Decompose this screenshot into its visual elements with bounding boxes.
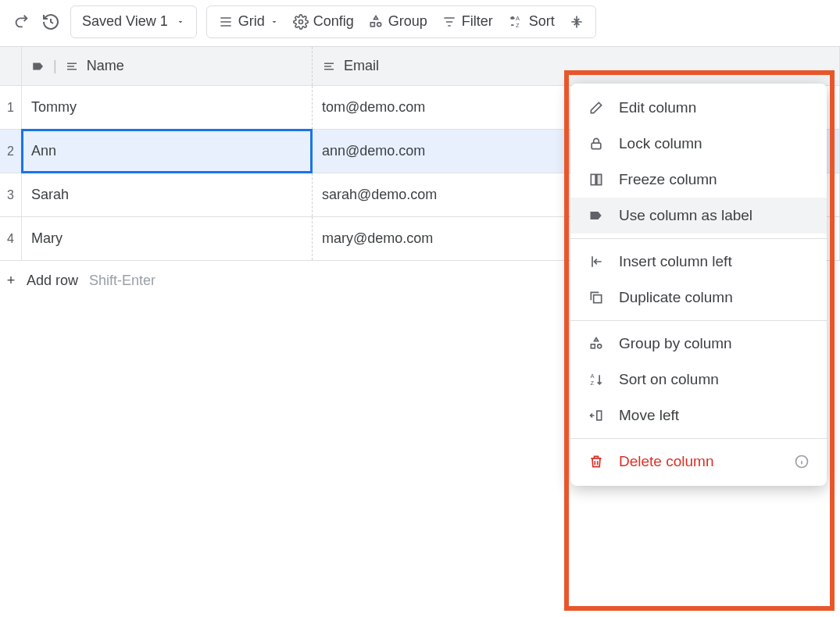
group-icon [588,336,605,351]
trash-icon [588,454,605,469]
menu-label: Duplicate column [619,289,733,306]
config-label: Config [313,13,354,30]
cell-name[interactable]: Tommy [22,86,313,129]
menu-label: Group by column [619,335,732,352]
column-email-label: Email [344,58,379,74]
group-icon [368,14,384,30]
info-icon [794,454,810,469]
collapse-button[interactable] [569,14,584,30]
menu-group-by[interactable]: Group by column [570,326,827,362]
menu-label: Edit column [619,99,696,116]
chevron-down-icon [176,17,185,27]
view-mode-button[interactable]: Grid [218,13,279,30]
menu-separator [570,238,827,239]
text-icon [322,59,336,73]
menu-move-left[interactable]: Move left [570,398,827,433]
menu-edit-column[interactable]: Edit column [570,90,827,126]
view-mode-label: Grid [238,13,265,30]
config-button[interactable]: Config [293,13,354,30]
gear-icon [293,14,309,30]
menu-label: Use column as label [619,207,752,224]
label-icon [588,208,605,223]
filter-button[interactable]: Filter [441,13,493,30]
column-header-name[interactable]: | Name [22,47,313,85]
cell-name[interactable]: Mary [22,217,313,260]
history-icon[interactable] [41,12,61,32]
saved-view-label: Saved View 1 [82,13,168,30]
add-row-label: Add row [27,273,78,289]
row-number: 1 [0,86,22,129]
svg-rect-7 [597,174,602,184]
svg-rect-6 [591,174,595,184]
redo-icon[interactable] [11,12,31,32]
svg-text:Z: Z [591,380,595,387]
cell-name-selected[interactable]: Ann [22,130,313,173]
svg-point-10 [598,344,602,348]
row-header-corner [0,47,22,85]
text-icon [65,59,79,73]
svg-rect-8 [594,295,602,303]
saved-view-selector[interactable]: Saved View 1 [70,5,197,38]
plus-icon: + [2,273,20,289]
toolbar: Saved View 1 Grid Config Group [0,0,840,47]
menu-separator [570,438,827,439]
menu-delete-column[interactable]: Delete column [570,444,827,480]
sort-icon: AZ [588,372,605,387]
column-context-menu: Edit column Lock column Freeze column Us… [570,84,827,486]
filter-icon [441,14,457,30]
table-header-row: | Name Email [0,47,840,86]
column-name-label: Name [87,58,124,74]
label-icon [31,59,45,73]
menu-lock-column[interactable]: Lock column [570,126,827,162]
sort-button[interactable]: AZ Sort [507,13,555,30]
insert-left-icon [588,254,605,269]
divider: | [53,58,57,74]
row-number: 3 [0,173,22,216]
menu-duplicate[interactable]: Duplicate column [570,280,827,316]
menu-label: Delete column [619,453,713,470]
group-button[interactable]: Group [368,13,427,30]
menu-separator [570,320,827,321]
move-left-icon [588,408,605,423]
menu-label: Sort on column [619,371,719,388]
menu-label: Insert column left [619,253,732,270]
add-row-hint: Shift-Enter [89,273,155,289]
svg-point-0 [298,20,302,23]
sort-icon: AZ [507,14,524,30]
column-header-email[interactable]: Email [313,47,840,85]
svg-rect-1 [370,22,374,26]
menu-use-as-label[interactable]: Use column as label [570,198,827,234]
cell-name[interactable]: Sarah [22,173,313,216]
menu-sort-on[interactable]: AZ Sort on column [570,362,827,398]
svg-text:Z: Z [516,21,520,28]
view-controls: Grid Config Group Filter AZ Sort [206,5,596,38]
menu-insert-left[interactable]: Insert column left [570,244,827,280]
svg-rect-5 [592,143,601,149]
menu-label: Move left [619,407,679,424]
group-label: Group [388,13,427,30]
svg-rect-13 [597,411,602,420]
sort-label: Sort [529,13,555,30]
filter-label: Filter [462,13,493,30]
menu-freeze-column[interactable]: Freeze column [570,162,827,198]
pencil-icon [588,100,605,116]
freeze-icon [588,172,605,187]
menu-label: Lock column [619,135,702,152]
lock-icon [588,136,605,152]
svg-rect-9 [591,344,595,348]
menu-label: Freeze column [619,171,717,188]
row-number: 2 [0,130,22,173]
duplicate-icon [588,290,605,305]
row-number: 4 [0,217,22,260]
grid-icon [218,14,234,30]
svg-point-2 [377,22,381,26]
collapse-icon [569,14,584,30]
